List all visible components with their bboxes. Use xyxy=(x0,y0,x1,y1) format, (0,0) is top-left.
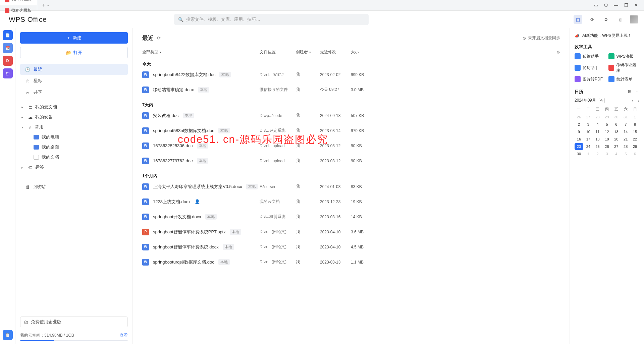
nav-recent[interactable]: 🕒最近 xyxy=(20,64,128,75)
file-row[interactable]: P springboot智能停车计费系统PPT.pptx 本地 D:\re...… xyxy=(142,224,560,239)
cal-day[interactable]: 29 xyxy=(603,114,611,120)
cal-day[interactable]: 25 xyxy=(593,143,602,150)
add-tab-button[interactable]: ＋ ▾ xyxy=(37,2,52,9)
cal-day[interactable]: 27 xyxy=(584,114,593,120)
cal-day[interactable]: 17 xyxy=(584,136,593,142)
nav-share[interactable]: ∞共享 xyxy=(20,87,128,98)
rail-bottom-icon[interactable]: 📋 xyxy=(3,330,13,340)
settings-icon[interactable]: ⚙ xyxy=(602,15,610,24)
tree-my-desktop[interactable]: 我的桌面 xyxy=(20,142,128,152)
cal-day[interactable]: 21 xyxy=(621,136,630,142)
tree-tag[interactable]: ▸🏷标签 xyxy=(20,162,128,172)
rail-app-icon[interactable]: ⬚ xyxy=(3,68,13,78)
file-row[interactable]: W springboot开发文档.docx 本地 D:\r...租赁系统 我 2… xyxy=(142,209,560,224)
cal-day[interactable]: 9 xyxy=(575,128,583,135)
file-row[interactable]: W 上海太平人寿印章管理系统上线方案V0.5.docx 本地 F:\sursen… xyxy=(142,179,560,194)
panel-toggle-icon[interactable]: ◫ xyxy=(574,15,582,24)
tree-cloud-docs[interactable]: ▸🗀我的云文档 xyxy=(20,102,128,112)
cal-day[interactable]: 7 xyxy=(621,121,630,128)
new-button[interactable]: ＋新建 xyxy=(20,32,128,44)
cal-day[interactable]: 29 xyxy=(631,143,639,150)
cube-icon[interactable]: ⬡ xyxy=(604,3,608,8)
cal-day[interactable]: 22 xyxy=(631,136,639,142)
cal-day[interactable]: 3 xyxy=(584,121,593,128)
file-row[interactable]: W springboot583nf数据库文档.doc 本地 D:\r...评定系… xyxy=(142,123,560,138)
ai-banner[interactable]: 📣AI新功能：WPS灵犀上线！ xyxy=(575,33,639,39)
rail-d-icon[interactable]: D xyxy=(3,56,13,66)
tree-my-computer[interactable]: 我的电脑 xyxy=(20,132,128,142)
plus-icon[interactable]: ＋ xyxy=(635,89,639,95)
cal-day[interactable]: 11 xyxy=(593,128,602,135)
tab[interactable]: WPS Office xyxy=(0,0,37,5)
calendar-month[interactable]: 2024年09月 xyxy=(575,98,596,103)
cal-day[interactable]: 16 xyxy=(575,136,583,142)
open-button[interactable]: 📂打开 xyxy=(20,47,128,58)
minimize-icon[interactable]: — xyxy=(614,3,618,8)
file-row[interactable]: W springbooth8422数据库文档.doc 本地 D:\rel...9… xyxy=(142,67,560,82)
cal-day[interactable]: 2 xyxy=(593,151,602,157)
tool-item[interactable]: 简历助手 xyxy=(575,62,606,73)
rail-calendar-icon[interactable]: 📅 xyxy=(3,43,13,53)
cal-day[interactable]: 4 xyxy=(593,121,602,128)
nav-star[interactable]: ☆星标 xyxy=(20,75,128,87)
search-input[interactable]: 🔍 搜索文件、模板、文库、应用、技巧… xyxy=(174,14,369,25)
cal-day[interactable]: 26 xyxy=(575,114,583,120)
cal-day[interactable]: 27 xyxy=(612,143,621,150)
list-settings-icon[interactable]: ⚙ xyxy=(556,49,560,55)
enterprise-button[interactable]: 🗂免费使用企业版 xyxy=(20,317,128,327)
today-button[interactable]: 今 xyxy=(599,98,605,103)
next-month-icon[interactable]: › xyxy=(638,98,639,103)
cal-day[interactable]: 20 xyxy=(612,136,621,142)
col-creator[interactable]: 创建者▾ xyxy=(296,49,320,55)
refresh-icon[interactable]: ⟳ xyxy=(157,36,161,41)
tree-trash[interactable]: 🗑回收站 xyxy=(20,182,128,192)
tree-my-docs[interactable]: 我的文档 xyxy=(20,152,128,162)
cal-day[interactable]: 15 xyxy=(631,128,639,135)
cal-day[interactable]: 12 xyxy=(603,128,611,135)
file-row[interactable]: W 安装教程.doc 本地 D:\vp...\code 我 2024-09-18… xyxy=(142,108,560,123)
tool-item[interactable]: WPS海报 xyxy=(608,53,640,59)
cal-day[interactable]: 30 xyxy=(612,114,621,120)
layout-icon[interactable]: ▭ xyxy=(594,3,598,8)
tool-item[interactable]: 传输助手 xyxy=(575,53,606,59)
prev-month-icon[interactable]: ‹ xyxy=(632,98,633,103)
cal-day[interactable]: 19 xyxy=(603,136,611,142)
cal-day[interactable]: 5 xyxy=(603,121,611,128)
file-row[interactable]: W 1678632779762.doc 本地 D:\rel...upload 我… xyxy=(142,153,560,168)
tree-my-devices[interactable]: ▸☁我的设备 xyxy=(20,112,128,122)
tool-item[interactable]: 考研考证题库 xyxy=(608,62,640,73)
tool-item[interactable]: 统计表单 xyxy=(608,76,640,82)
sync-icon[interactable]: ⟳ xyxy=(588,15,596,24)
file-row[interactable]: W 1228上线文档.docx 👤 我的云文档 我 2023-12-28 19 … xyxy=(142,194,560,209)
rail-doc-icon[interactable]: 📄 xyxy=(3,30,13,40)
cal-day[interactable]: 1 xyxy=(584,151,593,157)
file-row[interactable]: W springbooturqs9数据库文档.doc 本地 D:\re...(附… xyxy=(142,254,560,270)
cal-day[interactable]: 10 xyxy=(584,128,593,135)
assistant-icon[interactable]: ◐ xyxy=(616,15,625,24)
avatar[interactable] xyxy=(630,15,638,23)
sync-status[interactable]: ⊘未开启文档云同步 xyxy=(523,35,560,41)
maximize-icon[interactable]: ❐ xyxy=(624,3,628,8)
cal-day[interactable]: 30 xyxy=(575,151,583,157)
cal-day[interactable]: 28 xyxy=(593,114,602,120)
col-filter[interactable]: 全部类型▾ xyxy=(142,49,260,55)
cal-day[interactable]: 23 xyxy=(575,143,583,150)
tree-frequent[interactable]: ▾☆常用 xyxy=(20,122,128,132)
cal-day[interactable]: 5 xyxy=(621,151,630,157)
cal-day[interactable]: 6 xyxy=(631,151,639,157)
cal-day[interactable]: 31 xyxy=(621,114,630,120)
cal-day[interactable]: 24 xyxy=(584,143,593,150)
close-icon[interactable]: ✕ xyxy=(634,3,638,8)
cal-day[interactable]: 6 xyxy=(612,121,621,128)
file-row[interactable]: W springboot智能停车计费系统.docx 本地 D:\re...(附论… xyxy=(142,239,560,254)
cal-day[interactable]: 26 xyxy=(603,143,611,150)
calendar-add-icon[interactable]: ⊞ xyxy=(628,89,632,95)
cal-day[interactable]: 14 xyxy=(621,128,630,135)
tab[interactable]: 找稻壳模板 xyxy=(0,5,37,16)
view-quota-link[interactable]: 查看 xyxy=(120,333,128,338)
file-row[interactable]: W 1678632825306.doc 本地 D:\rel...upload 我… xyxy=(142,138,560,153)
cal-day[interactable]: 8 xyxy=(631,121,639,128)
cal-day[interactable]: 28 xyxy=(621,143,630,150)
cal-day[interactable]: 18 xyxy=(593,136,602,142)
cal-day[interactable]: 2 xyxy=(575,121,583,128)
